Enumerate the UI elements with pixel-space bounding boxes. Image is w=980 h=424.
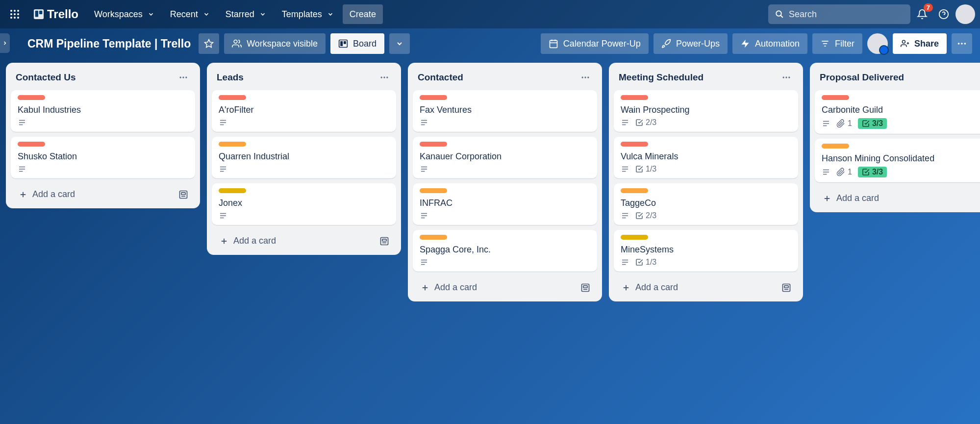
- workspace-visible-button[interactable]: Workspace visible: [224, 33, 326, 54]
- automation-button[interactable]: Automation: [732, 33, 807, 54]
- card-title: Carbonite Guild: [822, 105, 980, 115]
- card-label[interactable]: [621, 188, 648, 193]
- card[interactable]: INFRAC: [413, 183, 597, 225]
- card-template-button[interactable]: [176, 187, 191, 202]
- svg-rect-21: [550, 40, 557, 48]
- list-title[interactable]: Contacted Us: [16, 72, 75, 83]
- card[interactable]: Kanauer Corporation: [413, 137, 597, 178]
- svg-point-88: [788, 76, 790, 78]
- svg-point-0: [10, 10, 12, 12]
- card-label[interactable]: [219, 95, 246, 100]
- svg-point-49: [381, 76, 382, 78]
- list: Contacted UsKabul IndustriesShusko Stati…: [6, 63, 200, 208]
- card[interactable]: Shusko Station: [11, 137, 195, 178]
- help-icon: [938, 9, 949, 20]
- card[interactable]: A'roFilter: [212, 90, 396, 132]
- recent-menu[interactable]: Recent: [163, 4, 217, 24]
- expand-sidebar-button[interactable]: [0, 33, 10, 53]
- card-label[interactable]: [822, 144, 849, 149]
- card[interactable]: Wain Prospecting2/3: [614, 90, 798, 132]
- share-button[interactable]: Share: [893, 33, 947, 54]
- svg-point-37: [185, 76, 187, 78]
- starred-menu[interactable]: Starred: [219, 4, 273, 24]
- list-menu-button[interactable]: [779, 71, 793, 84]
- svg-point-51: [386, 76, 388, 78]
- star-button[interactable]: [199, 33, 219, 54]
- checklist-badge: 1/3: [635, 165, 656, 174]
- add-card-button[interactable]: Add a card: [618, 279, 779, 296]
- card-label[interactable]: [420, 235, 447, 240]
- list-title[interactable]: Leads: [217, 72, 244, 83]
- board-bar: CRM Pipeline Template | Trello Workspace…: [0, 28, 980, 59]
- card-template-button[interactable]: [578, 280, 593, 296]
- search-input[interactable]: [789, 9, 904, 20]
- card-template-button[interactable]: [779, 280, 794, 296]
- card[interactable]: Kabul Industries: [11, 90, 195, 132]
- list-title[interactable]: Meeting Scheduled: [619, 72, 704, 83]
- svg-point-6: [10, 17, 12, 19]
- board-menu-button[interactable]: [952, 33, 972, 54]
- checklist-badge: 2/3: [635, 118, 656, 127]
- apps-icon[interactable]: [5, 4, 25, 24]
- card-label[interactable]: [18, 95, 45, 100]
- card-label[interactable]: [219, 188, 246, 193]
- list-title[interactable]: Contacted: [418, 72, 463, 83]
- card[interactable]: Fax Ventures: [413, 90, 597, 132]
- card[interactable]: Spagga Core, Inc.: [413, 230, 597, 272]
- card-label[interactable]: [219, 142, 246, 147]
- card[interactable]: Jonex: [212, 183, 396, 225]
- templates-menu[interactable]: Templates: [275, 4, 341, 24]
- list-menu-button[interactable]: [176, 71, 190, 84]
- svg-point-8: [17, 17, 19, 19]
- list-menu-button[interactable]: [578, 71, 592, 84]
- add-card-button[interactable]: Add a card: [216, 233, 377, 249]
- card-title: A'roFilter: [219, 105, 389, 115]
- help-button[interactable]: [934, 4, 954, 24]
- member-avatar[interactable]: [867, 33, 888, 54]
- card-label[interactable]: [822, 95, 849, 100]
- filter-button[interactable]: Filter: [812, 33, 862, 54]
- svg-point-5: [17, 13, 19, 15]
- board-view-button[interactable]: Board: [330, 33, 384, 54]
- add-card-button[interactable]: Add a card: [15, 186, 176, 202]
- card-template-button[interactable]: [377, 233, 392, 249]
- card-label[interactable]: [18, 142, 45, 147]
- svg-point-34: [964, 43, 966, 45]
- board-title[interactable]: CRM Pipeline Template | Trello: [27, 37, 191, 50]
- checklist-badge: 1/3: [635, 258, 656, 267]
- card-label[interactable]: [621, 235, 648, 240]
- card-label[interactable]: [420, 95, 447, 100]
- people-icon: [232, 39, 242, 49]
- card[interactable]: Vulca Minerals1/3: [614, 137, 798, 178]
- list-title[interactable]: Proposal Delivered: [820, 72, 904, 83]
- card[interactable]: Quarren Industrial: [212, 137, 396, 178]
- description-icon: [822, 119, 830, 128]
- description-icon: [420, 165, 428, 174]
- card[interactable]: Carbonite Guild13/3: [815, 90, 980, 134]
- card-title: INFRAC: [420, 198, 590, 208]
- calendar-icon: [549, 39, 558, 49]
- attachment-badge: 1: [836, 119, 852, 128]
- view-switcher-button[interactable]: [389, 33, 410, 54]
- create-button[interactable]: Create: [343, 4, 383, 24]
- card[interactable]: TaggeCo2/3: [614, 183, 798, 225]
- card[interactable]: MineSystems1/3: [614, 230, 798, 272]
- workspaces-menu[interactable]: Workspaces: [87, 4, 161, 24]
- search-icon: [775, 10, 784, 19]
- card[interactable]: Hanson Mining Consolidated13/3: [815, 139, 980, 182]
- list-menu-button[interactable]: [377, 71, 391, 84]
- svg-point-33: [961, 43, 963, 45]
- trello-logo[interactable]: Trello: [26, 7, 85, 21]
- powerups-button[interactable]: Power-Ups: [653, 33, 728, 54]
- card-title: Hanson Mining Consolidated: [822, 153, 980, 164]
- search-box[interactable]: [768, 4, 910, 24]
- card-label[interactable]: [420, 188, 447, 193]
- add-card-button[interactable]: Add a card: [819, 190, 980, 206]
- calendar-powerup-button[interactable]: Calendar Power-Up: [541, 33, 649, 54]
- card-label[interactable]: [621, 95, 648, 100]
- card-title: Jonex: [219, 198, 389, 208]
- card-label[interactable]: [621, 142, 648, 147]
- card-label[interactable]: [420, 142, 447, 147]
- add-card-button[interactable]: Add a card: [417, 279, 578, 296]
- user-avatar[interactable]: [955, 4, 975, 24]
